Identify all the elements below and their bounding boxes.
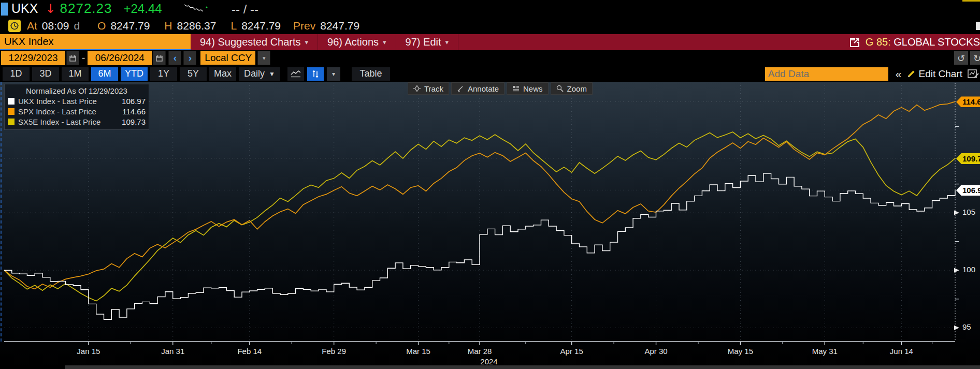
x-axis-label: Jan 31 — [161, 347, 184, 356]
start-date-input[interactable] — [1, 51, 65, 65]
menu-suggested-charts[interactable]: 94) Suggested Charts ▾ — [191, 34, 318, 50]
x-axis-label: Feb 29 — [322, 347, 346, 356]
chart-settings-icon[interactable] — [968, 69, 979, 79]
prev-label: Prev — [293, 20, 315, 32]
track-label: Track — [424, 84, 443, 93]
legend-value: 106.97 — [122, 97, 146, 106]
zoom-label: Zoom — [567, 84, 587, 93]
date-range-bar: - ‹ › Local CCY ▾ ↺ ↻ — [0, 50, 980, 66]
legend-swatch-spx — [8, 108, 15, 115]
menu-actions-label: 96) Actions — [327, 36, 379, 48]
currency-select[interactable]: Local CCY — [200, 51, 255, 65]
menu-suggested-charts-label: 94) Suggested Charts — [200, 36, 301, 48]
session-clock-icon[interactable] — [8, 20, 21, 32]
sparkline-icon — [184, 3, 210, 15]
period-5y-button[interactable]: 5Y — [180, 67, 207, 81]
pencil-icon — [907, 70, 915, 78]
frequency-value: Daily — [244, 68, 265, 79]
legend-value: 109.73 — [122, 117, 146, 126]
edit-chart-button[interactable]: Edit Chart — [907, 68, 962, 80]
session-time: 08:09 — [42, 20, 69, 32]
period-1m-button[interactable]: 1M — [62, 67, 89, 81]
range-forward-button[interactable]: › — [183, 51, 196, 65]
y-tick-arrow — [954, 268, 959, 273]
low-value: 8247.79 — [241, 20, 281, 32]
bid-ask-placeholder: -- / -- — [232, 2, 258, 17]
compare-normalize-button[interactable] — [307, 67, 324, 81]
panel-indicator — [1, 3, 8, 16]
y-tick-arrow — [954, 326, 959, 330]
bottom-scrollbar[interactable] — [65, 365, 980, 369]
add-data-input[interactable] — [765, 67, 888, 81]
y-tick-arrow — [954, 211, 959, 215]
zoom-button[interactable]: Zoom — [551, 82, 593, 95]
date-range-separator: - — [82, 52, 85, 64]
ticker-symbol: UKX — [11, 1, 38, 16]
period-6m-button[interactable]: 6M — [91, 67, 118, 81]
end-date-input[interactable] — [88, 51, 152, 65]
undo-button[interactable]: ↺ — [954, 51, 968, 65]
open-value: 8247.79 — [110, 20, 150, 32]
chart-type-dropdown-button[interactable]: ▾ — [327, 67, 340, 81]
chevron-left-icon: ‹ — [174, 52, 177, 64]
period-max-button[interactable]: Max — [209, 67, 236, 81]
frequency-select[interactable]: Daily ▼ — [239, 67, 280, 81]
redo-button[interactable]: ↻ — [970, 51, 980, 65]
x-axis-label: Mar 28 — [468, 347, 492, 356]
chart-legend: Normalized As Of 12/29/2023 UKX Index - … — [4, 84, 149, 130]
legend-item-ukx[interactable]: UKX Index - Last Price 106.97 — [8, 97, 146, 106]
series-ukx — [4, 173, 955, 319]
period-ytd-button[interactable]: YTD — [121, 67, 148, 81]
high-label: H — [164, 20, 172, 32]
collapse-panel-button[interactable]: « — [896, 68, 902, 80]
legend-swatch-sx5e — [8, 119, 15, 125]
period-1y-button[interactable]: 1Y — [150, 67, 177, 81]
crosshair-icon — [413, 85, 421, 92]
export-icon[interactable] — [849, 37, 860, 48]
chart-page-number: G 85: — [866, 36, 891, 48]
annotate-button[interactable]: Annotate — [451, 82, 505, 95]
x-axis-label: Jun 14 — [890, 347, 913, 356]
undo-icon: ↺ — [957, 53, 965, 64]
up-down-arrows-icon — [311, 70, 320, 78]
range-back-button[interactable]: ‹ — [168, 51, 181, 65]
track-button[interactable]: Track — [408, 82, 449, 95]
legend-name: UKX Index - Last Price — [18, 97, 97, 106]
period-1d-button[interactable]: 1D — [3, 67, 30, 81]
legend-item-sx5e[interactable]: SX5E Index - Last Price 109.73 — [8, 117, 146, 126]
bloomberg-terminal-window: UKX ↓ 8272.23 +24.44 -- / -- At 08:09 d … — [0, 0, 980, 369]
chart-page-name: GLOBAL STOCKS — [893, 36, 980, 48]
prev-value: 8247.79 — [320, 20, 359, 32]
currency-dropdown-button[interactable]: ▾ — [257, 51, 270, 65]
start-date-calendar-icon[interactable] — [66, 51, 79, 65]
currency-value: Local CCY — [205, 52, 252, 64]
chart-area[interactable]: Track Annotate News Zoom Normalized As O… — [0, 82, 980, 365]
legend-item-spx[interactable]: SPX Index - Last Price 114.66 — [8, 107, 146, 116]
legend-title: Normalized As Of 12/29/2023 — [8, 86, 146, 95]
x-axis-label: Jan 15 — [77, 347, 100, 356]
line-chart-type-button[interactable] — [287, 67, 304, 81]
edit-chart-label: Edit Chart — [919, 68, 962, 80]
y-axis-label: 95 — [962, 322, 971, 331]
menu-edit-label: 97) Edit — [406, 36, 441, 48]
chevron-down-icon: ▾ — [305, 38, 309, 46]
chevron-down-icon: ▼ — [269, 70, 275, 78]
line-chart-icon — [291, 70, 301, 78]
table-button[interactable]: Table — [352, 67, 390, 81]
session-stats-bar: At 08:09 d O 8247.79 H 8286.37 L 8247.79… — [0, 17, 980, 34]
chart-tool-buttons: Track Annotate News Zoom — [408, 82, 593, 95]
security-input[interactable] — [0, 34, 191, 50]
high-value: 8286.37 — [177, 20, 217, 32]
window-edge-icon — [976, 22, 980, 30]
menu-edit[interactable]: 97) Edit ▾ — [396, 34, 458, 50]
menu-actions[interactable]: 96) Actions ▾ — [318, 34, 396, 50]
period-3d-button[interactable]: 3D — [32, 67, 59, 81]
redo-icon: ↻ — [973, 53, 980, 64]
chevron-down-icon: ▾ — [263, 55, 266, 62]
chevron-down-icon: ▾ — [383, 38, 386, 46]
quote-bar: UKX ↓ 8272.23 +24.44 -- / -- — [0, 0, 980, 17]
magnifier-icon — [556, 85, 564, 92]
end-date-calendar-icon[interactable] — [153, 51, 166, 65]
open-label: O — [97, 20, 106, 32]
news-button[interactable]: News — [507, 82, 549, 95]
